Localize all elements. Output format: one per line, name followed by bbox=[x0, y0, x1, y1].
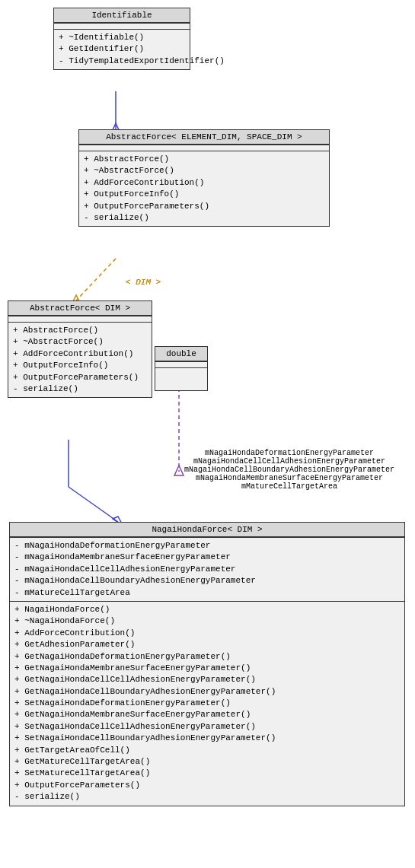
identifiable-box: Identifiable + ~Identifiable() + GetIden… bbox=[53, 8, 190, 70]
nh-attr-4: - mNagaiHondaCellBoundaryAdhesionEnergyP… bbox=[14, 575, 400, 587]
nh-method-4: + GetAdhesionParameter() bbox=[14, 639, 400, 650]
double-label-4: mNagaiHondaMembraneSurfaceEnergyParamete… bbox=[175, 474, 404, 482]
afd-method-1: + AbstractForce() bbox=[13, 325, 147, 336]
nh-method-3: + AddForceContribution() bbox=[14, 628, 400, 639]
double-section2 bbox=[155, 367, 207, 390]
abstract-force-template-box: AbstractForce< ELEMENT_DIM, SPACE_DIM > … bbox=[78, 129, 330, 227]
svg-line-2 bbox=[76, 259, 116, 300]
nh-method-16: + OutputForceParameters() bbox=[14, 780, 400, 791]
dim-label-text: < DIM > bbox=[126, 278, 161, 287]
nh-attr-2: - mNagaiHondaMembraneSurfaceEnergyParame… bbox=[14, 552, 400, 563]
nh-method-6: + GetNagaiHondaMembraneSurfaceEnergyPara… bbox=[14, 663, 400, 674]
nagai-honda-methods: + NagaiHondaForce() + ~NagaiHondaForce()… bbox=[10, 601, 404, 806]
double-label-5: mMatureCellTargetArea bbox=[175, 482, 404, 491]
nh-method-10: + GetNagaiHondaMembraneSurfaceEnergyPara… bbox=[14, 709, 400, 720]
nagai-honda-box: NagaiHondaForce< DIM > - mNagaiHondaDefo… bbox=[9, 522, 405, 806]
nagai-honda-title: NagaiHondaForce< DIM > bbox=[10, 523, 404, 537]
abstract-force-dim-box: AbstractForce< DIM > + AbstractForce() +… bbox=[8, 300, 152, 398]
afd-method-3: + AddForceContribution() bbox=[13, 348, 147, 360]
nh-method-1: + NagaiHondaForce() bbox=[14, 604, 400, 615]
nh-method-13: + GetTargetAreaOfCell() bbox=[14, 745, 400, 756]
aft-method-4: + OutputForceInfo() bbox=[84, 189, 324, 200]
afd-method-6: - serialize() bbox=[13, 383, 147, 395]
identifiable-method-2: + GetIdentifier() bbox=[59, 43, 185, 55]
nh-method-11: + SetNagaiHondaCellCellAdhesionEnergyPar… bbox=[14, 721, 400, 733]
identifiable-method-3: - TidyTemplatedExportIdentifier() bbox=[59, 56, 185, 67]
afd-method-2: + ~AbstractForce() bbox=[13, 336, 147, 348]
nh-attr-3: - mNagaiHondaCellCellAdhesionEnergyParam… bbox=[14, 564, 400, 575]
abstract-force-template-title: AbstractForce< ELEMENT_DIM, SPACE_DIM > bbox=[79, 130, 329, 145]
abstract-force-dim-title: AbstractForce< DIM > bbox=[8, 301, 152, 316]
nh-method-9: + SetNagaiHondaDeformationEnergyParamete… bbox=[14, 698, 400, 709]
nh-method-12: + SetNagaiHondaCellBoundaryAdhesionEnerg… bbox=[14, 733, 400, 744]
double-box: double bbox=[155, 346, 208, 391]
aft-method-3: + AddForceContribution() bbox=[84, 177, 324, 189]
afd-method-5: + OutputForceParameters() bbox=[13, 372, 147, 383]
nagai-honda-attributes: - mNagaiHondaDeformationEnergyParameter … bbox=[10, 537, 404, 601]
double-label-1: mNagaiHondaDeformationEnergyParameter bbox=[175, 449, 404, 457]
aft-method-2: + ~AbstractForce() bbox=[84, 165, 324, 176]
abstract-force-template-section1 bbox=[79, 145, 329, 151]
uml-diagram: Identifiable + ~Identifiable() + GetIden… bbox=[0, 0, 415, 868]
double-label-2: mNagaiHondaCellCellAdhesionEnergyParamet… bbox=[175, 457, 404, 466]
abstract-force-dim-section1 bbox=[8, 316, 152, 322]
nh-attr-5: - mMatureCellTargetArea bbox=[14, 587, 400, 599]
nh-method-8: + GetNagaiHondaCellBoundaryAdhesionEnerg… bbox=[14, 686, 400, 698]
nh-method-7: + GetNagaiHondaCellCellAdhesionEnergyPar… bbox=[14, 674, 400, 685]
abstract-force-template-methods: + AbstractForce() + ~AbstractForce() + A… bbox=[79, 151, 329, 226]
aft-method-1: + AbstractForce() bbox=[84, 154, 324, 165]
identifiable-section1 bbox=[54, 23, 190, 29]
double-label-3: mNagaiHondaCellBoundaryAdhesionEnergyPar… bbox=[175, 466, 404, 474]
aft-method-5: + OutputForceParameters() bbox=[84, 201, 324, 212]
identifiable-methods: + ~Identifiable() + GetIdentifier() - Ti… bbox=[54, 29, 190, 69]
abstract-force-dim-methods: + AbstractForce() + ~AbstractForce() + A… bbox=[8, 322, 152, 397]
identifiable-title: Identifiable bbox=[54, 8, 190, 23]
double-label-group: mNagaiHondaDeformationEnergyParameter mN… bbox=[175, 449, 404, 491]
nh-method-17: - serialize() bbox=[14, 791, 400, 803]
double-title: double bbox=[155, 347, 207, 361]
identifiable-method-1: + ~Identifiable() bbox=[59, 32, 185, 43]
nh-attr-1: - mNagaiHondaDeformationEnergyParameter bbox=[14, 540, 400, 552]
double-section1 bbox=[155, 361, 207, 367]
nh-method-14: + GetMatureCellTargetArea() bbox=[14, 756, 400, 768]
nh-method-2: + ~NagaiHondaForce() bbox=[14, 615, 400, 627]
nh-method-5: + GetNagaiHondaDeformationEnergyParamete… bbox=[14, 651, 400, 663]
aft-method-6: - serialize() bbox=[84, 212, 324, 224]
afd-method-4: + OutputForceInfo() bbox=[13, 360, 147, 371]
nh-method-15: + SetMatureCellTargetArea() bbox=[14, 768, 400, 779]
svg-line-5 bbox=[69, 487, 118, 522]
